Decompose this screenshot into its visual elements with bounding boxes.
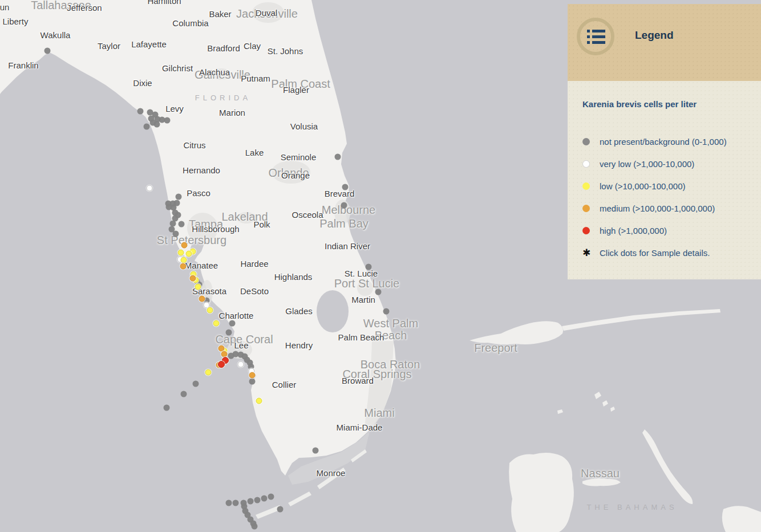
legend-note: ✱Click dots for Sample details. (582, 242, 759, 264)
legend-item-very-low: very low (>1,000-10,000) (582, 153, 759, 175)
legend-dot-low (582, 182, 590, 190)
sample-dot-not-present[interactable] (229, 320, 236, 327)
legend-item-label: not present/background (0-1,000) (600, 137, 727, 147)
sample-dot-not-present[interactable] (164, 405, 170, 411)
legend-panel: Legend Karenia brevis cells per liter no… (568, 4, 761, 279)
sample-dot-not-present[interactable] (228, 353, 234, 359)
legend-list-icon[interactable] (575, 16, 616, 57)
legend-items: not present/background (0-1,000)very low… (582, 131, 759, 264)
sample-dot-not-present[interactable] (144, 124, 150, 130)
legend-dot-high (582, 227, 590, 234)
legend-section-title: Karenia brevis cells per liter (582, 99, 697, 109)
sample-dot-medium[interactable] (190, 275, 196, 282)
sample-dot-not-present[interactable] (154, 121, 160, 128)
legend-body: Karenia brevis cells per liter not prese… (568, 81, 761, 279)
sample-dot-not-present[interactable] (375, 289, 382, 295)
sample-dot-not-present[interactable] (248, 498, 254, 505)
legend-title: Legend (635, 29, 674, 42)
legend-item-low: low (>10,000-100,000) (582, 175, 759, 197)
sample-dot-not-present[interactable] (335, 154, 341, 160)
sample-dot-medium[interactable] (180, 263, 187, 270)
sample-dot-low[interactable] (186, 251, 192, 257)
sample-dot-not-present[interactable] (179, 221, 185, 228)
sample-dot-not-present[interactable] (44, 48, 51, 54)
red-tide-map-app: FLORIDATHE BAHAMASTallahasseeJacksonvill… (0, 0, 761, 532)
legend-item-not-present: not present/background (0-1,000) (582, 131, 759, 153)
sample-dot-low[interactable] (213, 320, 220, 327)
sample-dot-medium[interactable] (181, 242, 188, 249)
sample-dot-not-present[interactable] (233, 500, 239, 506)
sample-dot-not-present[interactable] (173, 231, 179, 237)
legend-item-high: high (>1,000,000) (582, 220, 759, 242)
sample-dot-very-low[interactable] (147, 185, 153, 192)
legend-item-label: low (>10,000-100,000) (600, 181, 686, 191)
sample-dot-not-present[interactable] (226, 330, 232, 336)
sample-dot-low[interactable] (207, 307, 213, 314)
sample-dot-not-present[interactable] (193, 381, 199, 387)
sample-dot-not-present[interactable] (176, 194, 182, 200)
sample-dot-low[interactable] (205, 369, 212, 376)
sample-dot-medium[interactable] (249, 372, 256, 379)
legend-item-label: very low (>1,000-10,000) (600, 159, 694, 169)
legend-dot-very-low (582, 160, 590, 168)
sample-dot-not-present[interactable] (277, 506, 284, 513)
sample-dot-low[interactable] (256, 398, 262, 404)
sample-dot-not-present[interactable] (342, 184, 349, 190)
sample-dot-not-present[interactable] (226, 500, 232, 506)
sample-dot-not-present[interactable] (137, 108, 144, 115)
sample-dot-high[interactable] (218, 361, 225, 368)
legend-header: Legend (568, 4, 761, 81)
sample-dot-not-present[interactable] (261, 496, 268, 502)
sample-dot-low[interactable] (181, 257, 187, 263)
sample-dot-not-present[interactable] (313, 448, 319, 454)
legend-dot-not-present (582, 138, 590, 145)
legend-item-label: high (>1,000,000) (600, 226, 667, 235)
sample-dot-not-present[interactable] (383, 308, 390, 315)
sample-dot-very-low[interactable] (238, 362, 244, 368)
legend-item-medium: medium (>100,000-1,000,000) (582, 197, 759, 220)
sample-dot-not-present[interactable] (254, 497, 261, 503)
legend-item-label: medium (>100,000-1,000,000) (600, 204, 715, 213)
asterisk-icon: ✱ (582, 249, 590, 257)
sample-dot-not-present[interactable] (249, 379, 256, 385)
sample-dot-not-present[interactable] (164, 117, 171, 124)
sample-dot-not-present[interactable] (268, 494, 274, 500)
legend-note-label: Click dots for Sample details. (600, 248, 710, 258)
sample-dot-not-present[interactable] (341, 202, 347, 209)
sample-dot-not-present[interactable] (252, 523, 258, 530)
sample-dot-low[interactable] (195, 284, 201, 290)
sample-dot-medium[interactable] (221, 351, 228, 358)
legend-dot-medium (582, 205, 590, 212)
sample-dot-not-present[interactable] (366, 264, 372, 270)
sample-dot-medium[interactable] (199, 296, 205, 302)
sample-dot-not-present[interactable] (181, 391, 187, 397)
sample-dot-low[interactable] (178, 250, 184, 256)
